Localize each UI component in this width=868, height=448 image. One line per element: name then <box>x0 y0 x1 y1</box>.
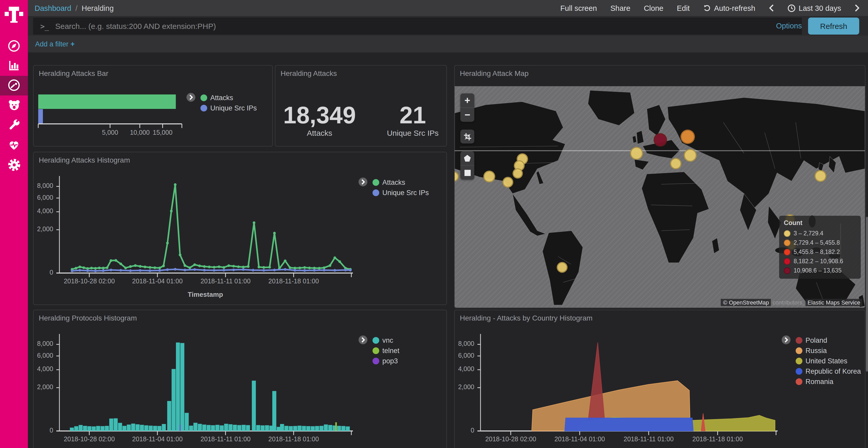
metric-value: 18,349 <box>283 103 356 128</box>
legend-dot <box>796 368 802 374</box>
panel-attacks-histogram: Heralding Attacks Histogram 02,0004,0006… <box>33 152 447 305</box>
map-zoom-in-button[interactable]: + <box>460 94 474 108</box>
legend-item-romania[interactable]: Romania <box>796 376 861 387</box>
nav-actions: Full screen Share Clone Edit Auto-refres… <box>560 4 868 12</box>
map-draw-rectangle-button[interactable] <box>460 166 474 180</box>
country-area-chart[interactable]: 02,0004,0006,0008,0002018-10-28 02:00201… <box>480 339 776 431</box>
panel-title: Heralding Attacks Bar <box>39 69 108 77</box>
auto-refresh-button[interactable]: Auto-refresh <box>703 4 755 12</box>
panel-protocols-histogram: Heralding Protocols Histogram 02,0004,00… <box>33 310 447 448</box>
axis-label: 2018-11-18 01:00 <box>679 436 756 443</box>
refresh-button[interactable]: Refresh <box>808 18 859 35</box>
legend-item-unique-src-ips[interactable]: Unique Src IPs <box>200 103 257 113</box>
page-scrollbar[interactable] <box>866 217 868 372</box>
map-draw-polygon-button[interactable] <box>460 151 474 166</box>
axis-label: 2018-11-04 01:00 <box>119 436 196 443</box>
map-bubble[interactable] <box>513 168 523 178</box>
legend-expand-button[interactable] <box>781 335 791 387</box>
compass-icon <box>7 39 21 53</box>
sidebar-item-bear[interactable] <box>0 95 28 114</box>
sidebar-item-management[interactable] <box>0 155 28 174</box>
legend-item-telnet[interactable]: telnet <box>373 345 399 356</box>
map-zoom-out-button[interactable]: − <box>460 108 474 122</box>
axis-label: Timestamp <box>59 290 351 298</box>
map-graticule-line <box>455 150 865 151</box>
axis-label: 2,000 <box>37 226 53 233</box>
world-map[interactable]: + − <box>455 86 865 308</box>
time-back-button[interactable] <box>769 4 774 12</box>
legend-expand-button[interactable] <box>358 335 368 366</box>
panel-title: Heralding Attacks Histogram <box>39 156 130 164</box>
share-button[interactable]: Share <box>611 4 630 12</box>
legend-item-vnc[interactable]: vnc <box>373 335 399 345</box>
map-bubble[interactable] <box>654 133 667 146</box>
axis-label: 2018-11-18 01:00 <box>255 436 333 443</box>
crop-icon <box>463 132 471 141</box>
axis-label: 2018-10-28 02:00 <box>472 436 550 443</box>
legend-item-republic-of-korea[interactable]: Republic of Korea <box>796 366 861 376</box>
breadcrumb-current-page: Heralding <box>82 4 114 12</box>
legend-item-russia[interactable]: Russia <box>796 345 861 356</box>
sidebar-item-dashboard[interactable] <box>0 75 28 95</box>
legend-dot <box>796 347 802 354</box>
legend-item-united-states[interactable]: United States <box>796 356 861 366</box>
legend-item-attacks[interactable]: Attacks <box>373 177 429 187</box>
map-bubble[interactable] <box>483 171 495 182</box>
polygon-icon <box>463 154 471 162</box>
t-mobile-logo[interactable] <box>0 0 28 28</box>
osm-attribution[interactable]: © OpenStreetMap <box>721 299 771 306</box>
add-filter-link[interactable]: Add a filter+ <box>28 40 75 48</box>
axis-label: 8,000 <box>37 182 53 189</box>
elastic-maps-attribution[interactable]: Elastic Maps Service <box>805 299 862 306</box>
map-bubble[interactable] <box>684 149 697 162</box>
edit-button[interactable]: Edit <box>677 4 690 12</box>
legend-expand-button[interactable] <box>358 177 368 198</box>
map-bubble[interactable] <box>557 262 567 273</box>
full-screen-button[interactable]: Full screen <box>560 4 597 12</box>
legend-item-poland[interactable]: Poland <box>796 335 861 345</box>
legend-item-unique-src-ips[interactable]: Unique Src IPs <box>373 187 429 198</box>
sidebar-item-monitoring[interactable] <box>0 135 28 155</box>
axis-label: 2018-10-28 02:00 <box>51 436 128 443</box>
map-bubble[interactable] <box>502 177 513 187</box>
protocols-bar-chart[interactable]: 02,0004,0006,0008,0002018-10-28 02:00201… <box>59 339 351 431</box>
legend: Attacks Unique Src IPs <box>186 92 257 113</box>
axis-label: 0 <box>50 427 53 434</box>
breadcrumb: Dashboard / Heralding <box>28 4 114 12</box>
legend-item-attacks[interactable]: Attacks <box>200 92 257 103</box>
axis-label: 4,000 <box>37 208 53 215</box>
map-bubble[interactable] <box>670 158 681 169</box>
legend-dot <box>784 239 790 246</box>
clone-button[interactable]: Clone <box>644 4 663 12</box>
map-fit-data-button[interactable] <box>460 130 474 143</box>
map-bubble[interactable] <box>814 170 827 182</box>
map-bubble[interactable] <box>680 130 695 144</box>
attacks-line-chart[interactable]: 02,0004,0006,0008,0002018-10-28 02:00201… <box>59 181 351 273</box>
time-forward-button[interactable] <box>855 4 860 12</box>
legend-expand-button[interactable] <box>186 92 196 113</box>
legend-dot <box>784 230 790 237</box>
heartbeat-icon <box>7 138 21 152</box>
map-bubble[interactable] <box>630 147 643 160</box>
filter-bar: Add a filter+ <box>28 36 868 53</box>
search-toolbar: >_ Options Refresh <box>28 16 868 36</box>
legend-dot <box>200 94 207 101</box>
sidebar-item-visualize[interactable] <box>0 56 28 75</box>
search-input[interactable] <box>54 21 802 31</box>
legend-dot <box>796 337 802 343</box>
axis-label: 6,000 <box>458 352 474 359</box>
time-range-picker[interactable]: Last 30 days <box>787 4 841 12</box>
attacks-bar-chart[interactable]: 5,00010,00015,000 <box>38 95 182 124</box>
sidebar-item-discover[interactable] <box>0 36 28 56</box>
metric-label: Unique Src IPs <box>387 129 439 137</box>
legend-dot <box>784 258 790 265</box>
axis-label: 2018-11-11 01:00 <box>187 436 264 443</box>
legend-item-pop3[interactable]: pop3 <box>373 356 399 366</box>
breadcrumb-dashboard-link[interactable]: Dashboard <box>35 4 71 12</box>
panel-title: Heralding Attacks <box>281 69 337 77</box>
axis-label: 2,000 <box>37 383 53 391</box>
options-link[interactable]: Options <box>776 16 802 36</box>
metric-attacks: 18,349 Attacks <box>283 103 356 137</box>
map-attribution: © OpenStreetMap contributors, Elastic Ma… <box>721 299 862 306</box>
sidebar-item-dev-tools[interactable] <box>0 114 28 134</box>
